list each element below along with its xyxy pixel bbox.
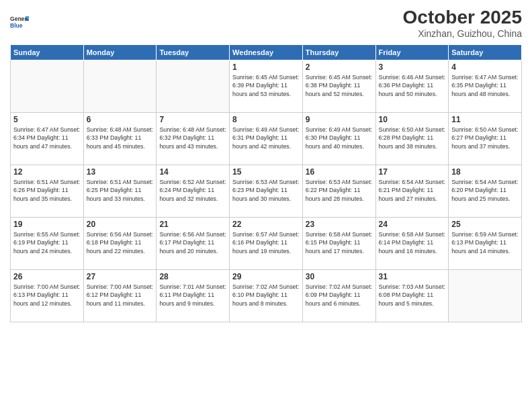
day-number: 9 [306,115,373,124]
day-info: Sunrise: 6:50 AM Sunset: 6:27 PM Dayligh… [451,126,519,150]
calendar-cell: 7Sunrise: 6:48 AM Sunset: 6:32 PM Daylig… [157,113,230,165]
day-info: Sunrise: 6:50 AM Sunset: 6:28 PM Dayligh… [379,126,446,150]
weekday-header-row: SundayMondayTuesdayWednesdayThursdayFrid… [11,45,522,60]
day-info: Sunrise: 6:51 AM Sunset: 6:25 PM Dayligh… [87,178,154,203]
calendar-cell: 4Sunrise: 6:47 AM Sunset: 6:35 PM Daylig… [449,60,522,113]
day-info: Sunrise: 7:02 AM Sunset: 6:09 PM Dayligh… [306,283,373,308]
weekday-header-sunday: Sunday [11,45,84,60]
day-number: 6 [87,115,154,124]
calendar-week-row: 19Sunrise: 6:55 AM Sunset: 6:19 PM Dayli… [11,218,522,270]
day-number: 19 [13,220,81,229]
day-info: Sunrise: 6:48 AM Sunset: 6:33 PM Dayligh… [87,126,154,150]
day-info: Sunrise: 6:56 AM Sunset: 6:18 PM Dayligh… [87,230,154,255]
calendar-cell: 28Sunrise: 7:01 AM Sunset: 6:11 PM Dayli… [157,270,230,322]
weekday-header-monday: Monday [83,45,157,60]
title-block: October 2025 Xinzhan, Guizhou, China [403,7,522,39]
day-info: Sunrise: 6:56 AM Sunset: 6:17 PM Dayligh… [159,230,226,255]
weekday-header-wednesday: Wednesday [230,45,303,60]
location-subtitle: Xinzhan, Guizhou, China [403,28,522,39]
day-number: 23 [306,220,373,229]
header: General Blue October 2025 Xinzhan, Guizh… [10,7,522,39]
day-number: 28 [159,272,226,281]
calendar-cell: 23Sunrise: 6:58 AM Sunset: 6:15 PM Dayli… [302,218,375,270]
calendar-cell: 10Sunrise: 6:50 AM Sunset: 6:28 PM Dayli… [375,113,449,165]
day-number: 8 [232,115,300,124]
weekday-header-thursday: Thursday [302,45,375,60]
day-number: 10 [379,115,446,124]
calendar-cell [157,60,230,113]
calendar-cell: 16Sunrise: 6:53 AM Sunset: 6:22 PM Dayli… [302,165,375,218]
calendar-cell: 22Sunrise: 6:57 AM Sunset: 6:16 PM Dayli… [230,218,303,270]
day-number: 11 [451,115,519,124]
calendar-cell: 15Sunrise: 6:53 AM Sunset: 6:23 PM Dayli… [230,165,303,218]
day-number: 22 [232,220,300,229]
calendar-cell [83,60,157,113]
calendar-cell: 2Sunrise: 6:45 AM Sunset: 6:38 PM Daylig… [302,60,375,113]
day-info: Sunrise: 6:51 AM Sunset: 6:26 PM Dayligh… [13,178,81,203]
day-number: 4 [451,62,519,72]
weekday-header-friday: Friday [375,45,449,60]
day-number: 20 [87,220,154,229]
day-info: Sunrise: 7:00 AM Sunset: 6:12 PM Dayligh… [87,283,154,308]
calendar-cell: 29Sunrise: 7:02 AM Sunset: 6:10 PM Dayli… [230,270,303,322]
day-number: 16 [306,167,373,177]
calendar-table: SundayMondayTuesdayWednesdayThursdayFrid… [10,44,522,322]
day-info: Sunrise: 6:47 AM Sunset: 6:34 PM Dayligh… [13,126,81,150]
calendar-cell: 14Sunrise: 6:52 AM Sunset: 6:24 PM Dayli… [157,165,230,218]
day-info: Sunrise: 7:03 AM Sunset: 6:08 PM Dayligh… [379,283,446,308]
calendar-cell: 24Sunrise: 6:58 AM Sunset: 6:14 PM Dayli… [375,218,449,270]
calendar-cell: 6Sunrise: 6:48 AM Sunset: 6:33 PM Daylig… [83,113,157,165]
calendar-cell: 12Sunrise: 6:51 AM Sunset: 6:26 PM Dayli… [11,165,84,218]
day-number: 31 [379,272,446,281]
day-number: 7 [159,115,226,124]
day-number: 17 [379,167,446,177]
day-number: 12 [13,167,81,177]
day-number: 14 [159,167,226,177]
day-number: 5 [13,115,81,124]
day-number: 27 [87,272,154,281]
day-number: 15 [232,167,300,177]
calendar-cell: 30Sunrise: 7:02 AM Sunset: 6:09 PM Dayli… [302,270,375,322]
weekday-header-tuesday: Tuesday [157,45,230,60]
calendar-cell: 8Sunrise: 6:49 AM Sunset: 6:31 PM Daylig… [230,113,303,165]
day-number: 21 [159,220,226,229]
svg-text:Blue: Blue [10,22,23,29]
day-info: Sunrise: 6:45 AM Sunset: 6:39 PM Dayligh… [232,73,300,98]
day-info: Sunrise: 7:01 AM Sunset: 6:11 PM Dayligh… [159,283,226,308]
day-info: Sunrise: 6:48 AM Sunset: 6:32 PM Dayligh… [159,126,226,150]
day-number: 1 [232,62,300,72]
day-number: 2 [306,62,373,72]
day-info: Sunrise: 6:54 AM Sunset: 6:21 PM Dayligh… [379,178,446,203]
day-number: 30 [306,272,373,281]
calendar-week-row: 26Sunrise: 7:00 AM Sunset: 6:13 PM Dayli… [11,270,522,322]
day-info: Sunrise: 6:57 AM Sunset: 6:16 PM Dayligh… [232,230,300,255]
calendar-cell: 26Sunrise: 7:00 AM Sunset: 6:13 PM Dayli… [11,270,84,322]
month-title: October 2025 [403,7,522,28]
day-info: Sunrise: 6:58 AM Sunset: 6:15 PM Dayligh… [306,230,373,255]
day-info: Sunrise: 7:00 AM Sunset: 6:13 PM Dayligh… [13,283,81,308]
calendar-week-row: 5Sunrise: 6:47 AM Sunset: 6:34 PM Daylig… [11,113,522,165]
day-info: Sunrise: 6:49 AM Sunset: 6:31 PM Dayligh… [232,126,300,150]
day-number: 3 [379,62,446,72]
day-info: Sunrise: 6:59 AM Sunset: 6:13 PM Dayligh… [451,230,519,255]
calendar-cell: 9Sunrise: 6:49 AM Sunset: 6:30 PM Daylig… [302,113,375,165]
day-info: Sunrise: 6:53 AM Sunset: 6:23 PM Dayligh… [232,178,300,203]
calendar-week-row: 1Sunrise: 6:45 AM Sunset: 6:39 PM Daylig… [11,60,522,113]
calendar-cell [449,270,522,322]
day-info: Sunrise: 6:52 AM Sunset: 6:24 PM Dayligh… [159,178,226,203]
calendar-cell: 31Sunrise: 7:03 AM Sunset: 6:08 PM Dayli… [375,270,449,322]
logo: General Blue [10,13,29,32]
calendar-cell: 20Sunrise: 6:56 AM Sunset: 6:18 PM Dayli… [83,218,157,270]
day-info: Sunrise: 6:55 AM Sunset: 6:19 PM Dayligh… [13,230,81,255]
calendar-cell: 27Sunrise: 7:00 AM Sunset: 6:12 PM Dayli… [83,270,157,322]
day-info: Sunrise: 6:58 AM Sunset: 6:14 PM Dayligh… [379,230,446,255]
calendar-week-row: 12Sunrise: 6:51 AM Sunset: 6:26 PM Dayli… [11,165,522,218]
day-info: Sunrise: 6:54 AM Sunset: 6:20 PM Dayligh… [451,178,519,203]
general-blue-logo-icon: General Blue [10,13,29,32]
day-number: 24 [379,220,446,229]
day-number: 13 [87,167,154,177]
calendar-cell: 3Sunrise: 6:46 AM Sunset: 6:36 PM Daylig… [375,60,449,113]
calendar-cell: 25Sunrise: 6:59 AM Sunset: 6:13 PM Dayli… [449,218,522,270]
day-info: Sunrise: 6:47 AM Sunset: 6:35 PM Dayligh… [451,73,519,98]
calendar-cell: 21Sunrise: 6:56 AM Sunset: 6:17 PM Dayli… [157,218,230,270]
